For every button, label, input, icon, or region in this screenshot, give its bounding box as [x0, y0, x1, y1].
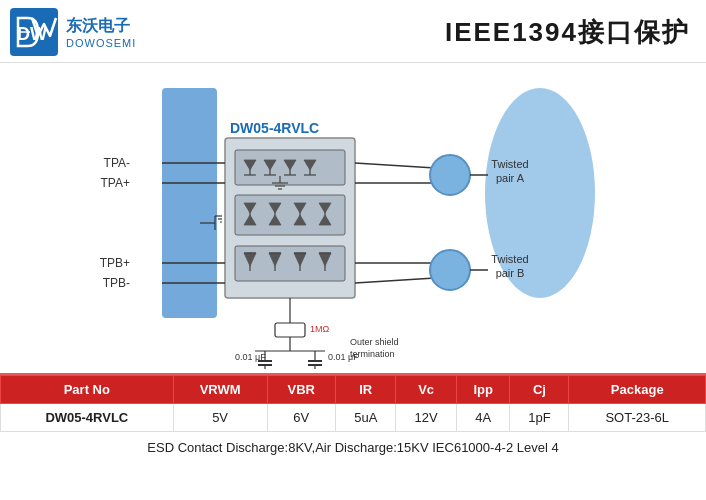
cell-ir: 5uA	[336, 404, 396, 432]
svg-text:pair A: pair A	[496, 172, 525, 184]
svg-point-58	[430, 250, 470, 290]
col-header-vbr: VBR	[267, 376, 336, 404]
col-header-partno: Part No	[1, 376, 174, 404]
esd-info-text: ESD Contact Discharge:8KV,Air Discharge:…	[147, 440, 558, 455]
page-title: IEEE1394接口保护	[445, 15, 690, 50]
svg-text:Twisted: Twisted	[491, 158, 528, 170]
svg-text:0.01 μF: 0.01 μF	[235, 352, 266, 362]
col-header-ir: IR	[336, 376, 396, 404]
col-header-cj: Cj	[510, 376, 569, 404]
svg-rect-23	[235, 195, 345, 235]
company-logo: DW	[10, 8, 58, 56]
svg-text:TPB-: TPB-	[103, 276, 130, 290]
svg-text:DW: DW	[17, 24, 47, 44]
svg-text:TPA+: TPA+	[101, 176, 130, 190]
col-header-ipp: Ipp	[456, 376, 510, 404]
circuit-diagram: TPA- TPA+ TPB+ TPB- DW05-4RVLC Twisted p…	[10, 67, 696, 369]
cell-ipp: 4A	[456, 404, 510, 432]
footer-text-area: ESD Contact Discharge:8KV,Air Discharge:…	[0, 432, 706, 459]
svg-text:DW05-4RVLC: DW05-4RVLC	[230, 120, 319, 136]
col-header-vc: Vc	[396, 376, 456, 404]
cell-vc: 12V	[396, 404, 456, 432]
svg-text:Twisted: Twisted	[491, 253, 528, 265]
svg-point-57	[430, 155, 470, 195]
cell-vbr: 6V	[267, 404, 336, 432]
svg-text:pair B: pair B	[496, 267, 525, 279]
svg-text:termination: termination	[350, 349, 395, 359]
logo-area: DW 东沃电子 DOWOSEMI	[10, 8, 136, 56]
company-name-cn: 东沃电子	[66, 16, 136, 37]
page-header: DW 东沃电子 DOWOSEMI IEEE1394接口保护	[0, 0, 706, 63]
col-header-vrwm: VRWM	[173, 376, 267, 404]
svg-line-56	[355, 278, 435, 283]
table-row: DW05-4RVLC 5V 6V 5uA 12V 4A 1pF SOT-23-6…	[1, 404, 706, 432]
cell-package: SOT-23-6L	[569, 404, 706, 432]
cell-partno: DW05-4RVLC	[1, 404, 174, 432]
diagram-area: TPA- TPA+ TPB+ TPB- DW05-4RVLC Twisted p…	[0, 63, 706, 373]
svg-text:TPB+: TPB+	[100, 256, 130, 270]
company-info: 东沃电子 DOWOSEMI	[66, 16, 136, 49]
cell-cj: 1pF	[510, 404, 569, 432]
table-header-row: Part No VRWM VBR IR Vc Ipp Cj Package	[1, 376, 706, 404]
svg-text:1MΩ: 1MΩ	[310, 324, 330, 334]
svg-text:Outer shield: Outer shield	[350, 337, 399, 347]
svg-rect-71	[275, 323, 305, 337]
specs-table: Part No VRWM VBR IR Vc Ipp Cj Package DW…	[0, 375, 706, 432]
company-name-en: DOWOSEMI	[66, 37, 136, 49]
cell-vrwm: 5V	[173, 404, 267, 432]
svg-text:TPA-: TPA-	[104, 156, 130, 170]
col-header-package: Package	[569, 376, 706, 404]
svg-line-53	[355, 163, 435, 168]
data-table-area: Part No VRWM VBR IR Vc Ipp Cj Package DW…	[0, 373, 706, 432]
